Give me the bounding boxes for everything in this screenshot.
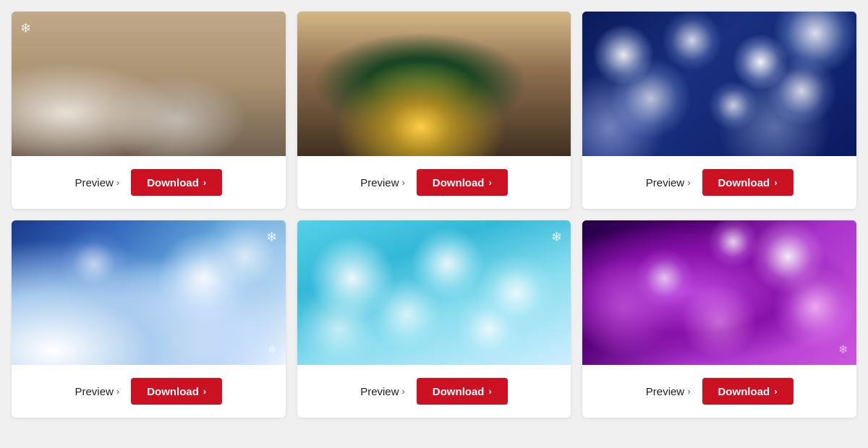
preview-label: Preview (360, 176, 399, 189)
snowflake-bottom-icon: ❄ (838, 343, 848, 356)
download-label: Download (718, 176, 770, 189)
card-image-2 (297, 12, 571, 156)
snowflake-icon: ❄ (20, 20, 31, 36)
card-actions-2: Preview›Download› (297, 156, 571, 209)
card-image-1: ❄ (12, 12, 286, 156)
preview-link-4[interactable]: Preview› (75, 385, 119, 397)
download-button-5[interactable]: Download› (417, 378, 508, 405)
download-chevron-icon: › (774, 177, 777, 188)
preview-chevron-icon: › (401, 177, 404, 188)
preview-link-1[interactable]: Preview› (75, 176, 119, 189)
preview-link-2[interactable]: Preview› (360, 176, 405, 189)
card-actions-3: Preview›Download› (582, 156, 856, 209)
download-label: Download (147, 176, 199, 189)
download-label: Download (433, 385, 485, 397)
preview-chevron-icon: › (687, 177, 690, 188)
preview-chevron-icon: › (116, 386, 119, 397)
download-chevron-icon: › (489, 177, 492, 188)
download-chevron-icon: › (203, 177, 206, 188)
preview-label: Preview (360, 385, 399, 397)
download-label: Download (718, 385, 770, 397)
download-chevron-icon: › (203, 386, 206, 397)
download-button-4[interactable]: Download› (131, 378, 222, 405)
preview-chevron-icon: › (116, 177, 119, 188)
card-6: ❄Preview›Download› (582, 220, 856, 418)
preview-chevron-icon: › (687, 386, 690, 397)
card-image-3 (582, 12, 856, 156)
download-button-3[interactable]: Download› (702, 169, 793, 196)
preview-label: Preview (646, 385, 684, 397)
snowflake-bottom-icon: ❄ (268, 343, 277, 356)
card-4: ❄❄Preview›Download› (12, 220, 286, 418)
card-actions-6: Preview›Download› (582, 365, 856, 418)
card-3: Preview›Download› (582, 12, 856, 209)
snowflake-icon: ❄ (266, 229, 277, 245)
preview-link-5[interactable]: Preview› (360, 385, 405, 397)
snowflake-icon: ❄ (551, 229, 562, 245)
card-actions-5: Preview›Download› (297, 365, 571, 418)
download-chevron-icon: › (774, 386, 777, 397)
card-actions-1: Preview›Download› (12, 156, 286, 209)
card-1: ❄Preview›Download› (12, 12, 286, 209)
preview-label: Preview (75, 176, 113, 189)
preview-chevron-icon: › (401, 386, 404, 397)
download-button-1[interactable]: Download› (131, 169, 222, 196)
card-2: Preview›Download› (297, 12, 571, 209)
download-label: Download (147, 385, 199, 397)
download-label: Download (433, 176, 485, 189)
download-button-6[interactable]: Download› (702, 378, 793, 405)
card-image-4: ❄❄ (12, 220, 286, 365)
card-image-5: ❄ (297, 220, 571, 365)
card-actions-4: Preview›Download› (12, 365, 286, 418)
preview-label: Preview (75, 385, 113, 397)
card-image-6: ❄ (582, 220, 856, 365)
download-button-2[interactable]: Download› (417, 169, 508, 196)
download-chevron-icon: › (489, 386, 492, 397)
image-grid: ❄Preview›Download›Preview›Download›Previ… (0, 0, 868, 429)
preview-link-6[interactable]: Preview› (646, 385, 691, 397)
preview-label: Preview (646, 176, 684, 189)
card-5: ❄Preview›Download› (297, 220, 571, 418)
preview-link-3[interactable]: Preview› (646, 176, 691, 189)
